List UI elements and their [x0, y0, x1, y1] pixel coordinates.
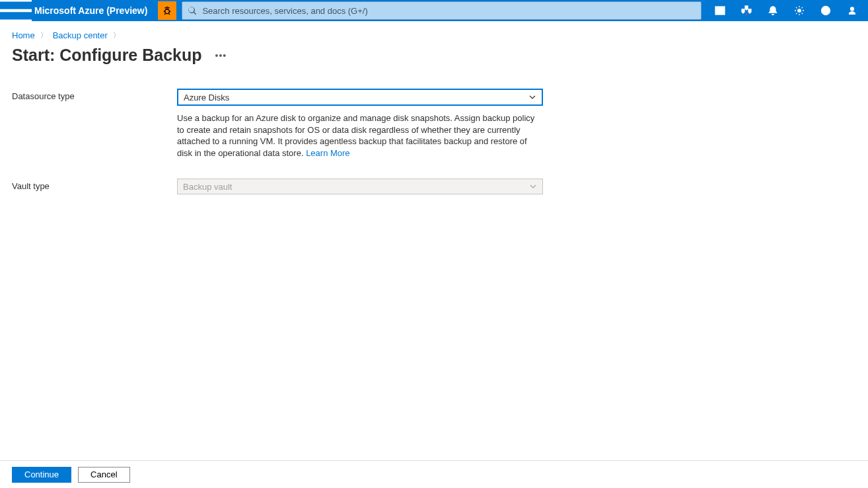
main-content: Home 〉 Backup center 〉 Start: Configure …: [0, 21, 868, 460]
datasource-type-label: Datasource type: [12, 89, 177, 101]
datasource-type-row: Datasource type Azure Disks Use a backup…: [12, 89, 856, 171]
svg-point-7: [851, 7, 854, 11]
breadcrumb-backup-center[interactable]: Backup center: [53, 30, 108, 40]
search-input[interactable]: [202, 6, 696, 16]
preview-bug-icon[interactable]: [158, 1, 176, 20]
vault-type-value: Backup vault: [183, 182, 232, 192]
datasource-type-select[interactable]: Azure Disks: [177, 89, 543, 106]
learn-more-link[interactable]: Learn More: [306, 148, 349, 158]
svg-rect-0: [0, 0, 32, 2]
page-title-row: Start: Configure Backup •••: [12, 46, 856, 65]
top-icon-bar: [707, 0, 868, 21]
brand-title[interactable]: Microsoft Azure (Preview): [32, 5, 154, 16]
breadcrumb: Home 〉 Backup center 〉: [12, 30, 856, 40]
breadcrumb-separator: 〉: [40, 30, 48, 40]
datasource-description: Use a backup for an Azure disk to organi…: [177, 112, 543, 159]
datasource-type-value: Azure Disks: [184, 93, 229, 102]
menu-toggle-button[interactable]: [0, 0, 32, 21]
chevron-down-icon: [528, 93, 536, 101]
continue-button[interactable]: Continue: [12, 467, 71, 483]
feedback-icon[interactable]: [839, 0, 865, 21]
chevron-down-icon: [529, 183, 537, 190]
directory-filter-icon[interactable]: [733, 0, 760, 21]
cancel-button[interactable]: Cancel: [78, 467, 129, 483]
svg-point-5: [798, 9, 801, 12]
svg-point-3: [165, 9, 170, 14]
vault-type-select: Backup vault: [177, 179, 543, 194]
more-actions-button[interactable]: •••: [215, 50, 227, 61]
settings-gear-icon[interactable]: [786, 0, 813, 21]
breadcrumb-home[interactable]: Home: [12, 30, 35, 40]
svg-rect-1: [0, 9, 32, 13]
notifications-icon[interactable]: [760, 0, 786, 21]
top-navigation-bar: Microsoft Azure (Preview): [0, 0, 868, 21]
vault-type-row: Vault type Backup vault: [12, 179, 856, 194]
footer-action-bar: Continue Cancel: [0, 460, 868, 488]
page-title: Start: Configure Backup: [12, 46, 202, 65]
vault-type-label: Vault type: [12, 179, 177, 191]
breadcrumb-separator: 〉: [113, 30, 120, 40]
help-icon[interactable]: [813, 0, 839, 21]
cloud-shell-icon[interactable]: [707, 0, 733, 21]
global-search[interactable]: [182, 1, 702, 20]
